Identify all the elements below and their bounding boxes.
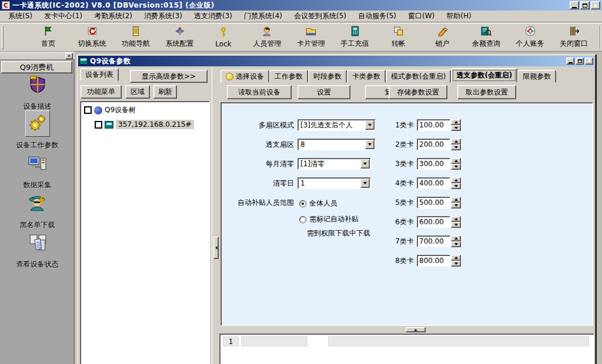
radio-all-persons[interactable]: 全体人员 — [299, 198, 337, 208]
toolbar-balance-query[interactable]: 余额查询 — [470, 25, 503, 50]
child-minimize-button[interactable] — [566, 58, 574, 65]
menu-card-center[interactable]: 发卡中心(1) — [38, 10, 88, 22]
tree-node-checkbox[interactable] — [95, 121, 102, 129]
menu-window[interactable]: 窗口(W) — [402, 10, 440, 22]
card8-limit-field[interactable]: 800.00 — [417, 255, 461, 267]
tree-root-checkbox[interactable] — [84, 106, 92, 114]
tab-cardtype-params[interactable]: 卡类参数 — [347, 70, 386, 83]
tab-overdraft-params[interactable]: 透支参数(会重启) — [451, 68, 517, 83]
spin-up-icon[interactable] — [451, 197, 461, 203]
toolbar-system-config[interactable]: 系统配置 — [163, 25, 196, 50]
tab-select-device[interactable]: 选择设备 — [220, 70, 269, 83]
card-value[interactable]: 800.00 — [417, 255, 450, 267]
spin-down-icon[interactable] — [451, 261, 461, 267]
spin-down-icon[interactable] — [451, 183, 461, 189]
spin-up-icon[interactable] — [451, 235, 461, 241]
spin-up-icon[interactable] — [451, 139, 461, 144]
grid-row-header[interactable]: 1 — [223, 336, 239, 346]
sidebar-item-device-status[interactable]: 查看设备状态 — [0, 231, 75, 269]
tree-root-label[interactable]: Q9设备树 — [105, 105, 136, 115]
spin-down-icon[interactable] — [451, 241, 461, 247]
card2-limit-field[interactable]: 200.00 — [417, 139, 461, 150]
radio-marked-subsidy[interactable]: 需标记自动补贴 — [299, 214, 359, 224]
read-current-device-button[interactable]: 读取当前设备 — [227, 85, 292, 99]
sidebar-item-blacklist-download[interactable]: 黑名单下载 — [0, 191, 75, 230]
sidebar-item-data-collect[interactable]: 数据采集 — [0, 151, 75, 190]
card-value[interactable]: 300.00 — [417, 158, 450, 170]
restore-button[interactable] — [580, 1, 590, 9]
region-button[interactable]: 区域 — [125, 85, 150, 99]
function-menu-button[interactable]: 功能菜单 — [81, 85, 122, 99]
toolbar-transfer[interactable]: 转帐 — [382, 25, 415, 50]
sidebar-close-button[interactable]: × — [65, 53, 73, 59]
tab-period-params[interactable]: 时段参数 — [308, 70, 347, 83]
menu-overdraft[interactable]: 透支消费(3) — [188, 10, 238, 22]
splitter-collapse-up-button[interactable] — [406, 327, 426, 332]
horizontal-splitter[interactable] — [220, 326, 593, 333]
card-value[interactable]: 100.00 — [417, 119, 450, 131]
menu-meeting[interactable]: 会议签到系统(5) — [288, 10, 352, 22]
spin-down-icon[interactable] — [451, 203, 461, 208]
spin-up-icon[interactable] — [451, 158, 461, 164]
card-value[interactable]: 400.00 — [417, 177, 450, 189]
card7-limit-field[interactable]: 700.00 — [417, 235, 461, 247]
child-maximize-button[interactable] — [576, 58, 584, 65]
spin-down-icon[interactable] — [451, 164, 461, 170]
tree-node-row[interactable]: 357,192.168.0.215# — [95, 120, 209, 129]
vertical-splitter[interactable] — [212, 66, 219, 364]
card-value[interactable]: 600.00 — [417, 216, 450, 228]
spin-down-icon[interactable] — [451, 144, 461, 150]
radio-unselected-icon[interactable] — [299, 216, 306, 223]
toolbar-home[interactable]: 首页 — [32, 25, 65, 50]
tab-device-list[interactable]: 设备列表 — [80, 68, 119, 81]
grid-header-cell[interactable] — [328, 336, 589, 346]
card-value[interactable]: 700.00 — [417, 235, 450, 247]
set-button[interactable]: 设置 — [297, 85, 350, 99]
toolbar-card-manage[interactable]: 卡片管理 — [295, 25, 327, 50]
spin-up-icon[interactable] — [451, 177, 461, 183]
grid-header-cell[interactable] — [241, 336, 307, 346]
menu-consume[interactable]: 消费系统(3) — [138, 10, 188, 22]
monthly-clear-combo[interactable]: [1]清零 — [297, 158, 371, 170]
card3-limit-field[interactable]: 300.00 — [417, 158, 461, 170]
toolbar-function-nav[interactable]: 功能导航 — [119, 25, 152, 50]
card1-limit-field[interactable]: 100.00 — [417, 119, 461, 131]
tab-limit-params[interactable]: 限额参数 — [517, 70, 556, 83]
splitter-collapse-button[interactable] — [213, 237, 219, 259]
tree-node-label[interactable]: 357,192.168.0.215# — [116, 120, 194, 129]
spin-down-icon[interactable] — [451, 125, 461, 131]
menu-help[interactable]: 帮助(H) — [440, 10, 477, 22]
sidebar-item-device-params[interactable]: 设备工作参数 — [0, 110, 75, 150]
toolbar-grip[interactable] — [2, 25, 4, 49]
card-value[interactable]: 200.00 — [417, 139, 450, 150]
menu-attendance[interactable]: 考勤系统(2) — [88, 10, 138, 22]
spin-up-icon[interactable] — [451, 119, 461, 125]
toolbar-manual-recharge[interactable]: 手工充值 — [339, 25, 372, 50]
store-params-button[interactable]: 存储参数设置 — [389, 85, 447, 99]
sidebar-group-header[interactable]: Q9消费机 — [1, 61, 72, 73]
tab-work-params[interactable]: 工作参数 — [269, 70, 308, 83]
sidebar-item-device-desc[interactable]: 设备描述 — [0, 73, 75, 112]
multi-sector-mode-combo[interactable]: [3]先透支后个人 — [297, 119, 376, 131]
radio-selected-icon[interactable] — [299, 200, 306, 207]
menu-system[interactable]: 系统(S) — [2, 10, 38, 22]
load-params-button[interactable]: 取出参数设置 — [457, 85, 516, 99]
clear-day-combo[interactable]: 1 — [297, 177, 371, 189]
tree-root-row[interactable]: Q9设备树 — [84, 105, 209, 115]
overdraft-sector-combo[interactable]: 8 — [297, 139, 376, 150]
child-close-button[interactable]: × — [585, 58, 593, 65]
tab-mode-params[interactable]: 模式参数(会重启) — [386, 70, 451, 83]
toolbar-personal-account[interactable]: 个人账务 — [514, 25, 547, 50]
spin-up-icon[interactable] — [451, 216, 461, 222]
spin-up-icon[interactable] — [451, 255, 461, 261]
toolbar-switch-system[interactable]: 切换系统 — [76, 25, 109, 50]
toolbar-close-window[interactable]: 关闭窗口 — [557, 25, 590, 50]
show-advanced-params-button[interactable]: 显示高级参数>> — [130, 70, 208, 83]
toolbar-person-manage[interactable]: 人员管理 — [251, 25, 284, 50]
card5-limit-field[interactable]: 500.00 — [417, 197, 461, 208]
close-button[interactable]: × — [591, 1, 600, 9]
spin-down-icon[interactable] — [451, 222, 461, 228]
refresh-button[interactable]: 刷新 — [153, 85, 177, 99]
card-value[interactable]: 500.00 — [417, 197, 450, 208]
card6-limit-field[interactable]: 600.00 — [417, 216, 461, 228]
